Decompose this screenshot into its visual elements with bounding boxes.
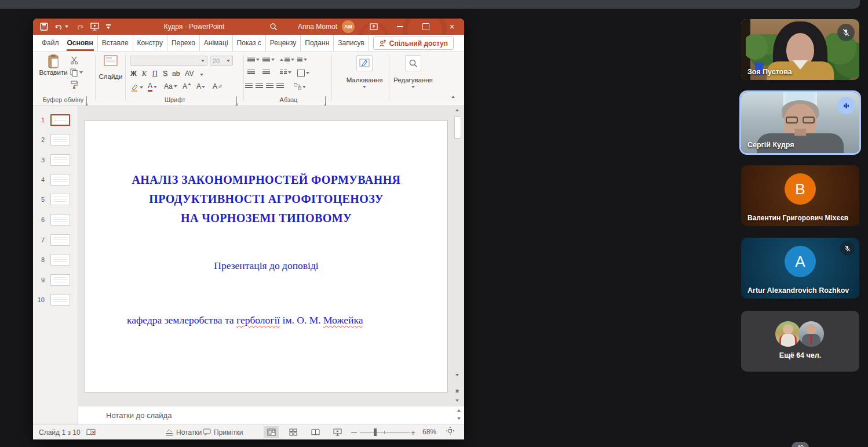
- minimize-button[interactable]: [388, 19, 411, 35]
- participants-overflow-tile[interactable]: Ещё 64 чел.: [741, 311, 859, 372]
- tab-insert[interactable]: Вставле: [97, 35, 133, 51]
- slide-thumbnail-6[interactable]: 6: [33, 214, 78, 231]
- slide-thumbnail-2[interactable]: 2: [33, 134, 78, 151]
- tab-animations[interactable]: Анімаці: [199, 35, 232, 51]
- new-slide-button[interactable]: Слайди: [98, 55, 123, 88]
- underline-button[interactable]: П: [152, 70, 158, 78]
- start-slideshow-icon[interactable]: [90, 23, 99, 31]
- slide-thumbnail-9[interactable]: 9: [33, 274, 78, 292]
- next-slide-button[interactable]: [455, 393, 459, 402]
- share-button[interactable]: Спільний доступ: [373, 37, 454, 50]
- tab-record[interactable]: Записув: [333, 35, 369, 51]
- sort-text-button[interactable]: [297, 57, 307, 63]
- slide-thumb-image[interactable]: [50, 254, 70, 266]
- normal-view-button[interactable]: [264, 426, 279, 438]
- slide-thumb-image[interactable]: [50, 194, 70, 205]
- numbering-button[interactable]: [262, 57, 275, 63]
- maximize-button[interactable]: [414, 19, 437, 35]
- slide-thumb-image[interactable]: [50, 234, 70, 246]
- slide-thumb-image[interactable]: [50, 294, 70, 306]
- slide-subtitle[interactable]: Презентація до доповіді: [85, 260, 447, 272]
- zoom-out-button[interactable]: [351, 432, 357, 433]
- shrink-font-button[interactable]: А: [196, 82, 205, 90]
- account-avatar[interactable]: AM: [342, 20, 355, 33]
- notes-pane[interactable]: Нотатки до слайда: [78, 406, 464, 424]
- participant-tile-zoya[interactable]: Зоя Пустова: [741, 19, 859, 80]
- slide-thumb-image[interactable]: [50, 174, 70, 186]
- slide-thumb-image[interactable]: [50, 134, 70, 146]
- clear-formatting-button[interactable]: А: [213, 82, 223, 90]
- font-name-combobox[interactable]: [130, 56, 207, 66]
- zoom-slider-thumb[interactable]: [374, 428, 377, 436]
- bullets-button[interactable]: [247, 57, 260, 63]
- convert-to-smartart-button[interactable]: [294, 83, 306, 90]
- paste-button[interactable]: Вставити: [38, 54, 69, 84]
- tab-transitions[interactable]: Перехо: [167, 35, 199, 51]
- participant-tile-serhii[interactable]: Сергій Кудря: [741, 92, 859, 153]
- spell-check-icon[interactable]: [86, 425, 96, 439]
- slideshow-view-button[interactable]: [330, 426, 345, 438]
- format-painter-icon[interactable]: [70, 81, 78, 89]
- clipboard-dialog-launcher-icon[interactable]: [86, 96, 87, 105]
- zoom-percentage[interactable]: 68%: [422, 428, 436, 436]
- paste-dropdown-icon[interactable]: [52, 74, 55, 84]
- slide-thumbnail-3[interactable]: 3: [33, 154, 78, 172]
- text-shadow-button[interactable]: S: [163, 70, 167, 78]
- slide-thumb-image[interactable]: [50, 154, 70, 166]
- close-button[interactable]: ×: [440, 19, 464, 35]
- notes-toggle-button[interactable]: Нотатки: [165, 425, 202, 439]
- drawing-button[interactable]: Малювання: [341, 55, 388, 88]
- editor-vertical-scrollbar[interactable]: [454, 107, 462, 404]
- italic-button[interactable]: К: [142, 70, 147, 78]
- undo-button[interactable]: [55, 23, 68, 31]
- change-case-button[interactable]: Аа: [164, 82, 177, 90]
- collapse-ribbon-icon[interactable]: [451, 96, 455, 98]
- tab-design[interactable]: Констру: [133, 35, 167, 51]
- slide-thumbnails-panel[interactable]: 1 2 3 4 5 6 7 8 9 10: [33, 106, 78, 424]
- save-icon[interactable]: [40, 23, 48, 31]
- columns-button[interactable]: [280, 70, 291, 75]
- slide-thumbnail-7[interactable]: 7: [33, 234, 78, 252]
- customize-qat-icon[interactable]: [106, 24, 111, 28]
- slide-title-block[interactable]: АНАЛІЗ ЗАКОНОМІРНОСТЕЙ ФОРМУВАННЯ ПРОДУК…: [85, 170, 447, 228]
- align-center-button[interactable]: [256, 83, 263, 89]
- decrease-indent-button[interactable]: [247, 70, 255, 75]
- scrollbar-thumb[interactable]: [454, 117, 461, 139]
- ribbon-display-options-button[interactable]: [362, 19, 385, 35]
- slide-thumb-image[interactable]: [50, 214, 70, 226]
- new-slide-dropdown-icon[interactable]: [109, 78, 112, 88]
- editing-button[interactable]: Редагування: [390, 55, 436, 88]
- tab-home[interactable]: Основн: [63, 35, 97, 51]
- slide-thumbnail-5[interactable]: 5: [33, 194, 78, 211]
- bold-button[interactable]: Ж: [130, 70, 137, 78]
- slide-thumb-image[interactable]: [50, 114, 70, 126]
- tab-view[interactable]: Поданн: [300, 35, 333, 51]
- spacing-dropdown-icon[interactable]: [200, 74, 203, 76]
- notes-scroll-up-icon[interactable]: [457, 409, 461, 412]
- font-dialog-launcher-icon[interactable]: [236, 96, 237, 105]
- slide-thumbnail-4[interactable]: 4: [33, 174, 78, 191]
- more-participants-label[interactable]: Ещё 64 чел.: [741, 351, 859, 359]
- line-spacing-button[interactable]: [280, 57, 294, 63]
- strikethrough-button[interactable]: ab: [172, 70, 180, 78]
- search-icon[interactable]: [269, 23, 278, 31]
- increase-indent-button[interactable]: [262, 70, 270, 75]
- title-bar[interactable]: Кудря - PowerPoint Anna Momot AM ×: [33, 19, 464, 35]
- slide-canvas[interactable]: АНАЛІЗ ЗАКОНОМІРНОСТЕЙ ФОРМУВАННЯ ПРОДУК…: [85, 120, 448, 393]
- scroll-down-icon[interactable]: [455, 374, 459, 376]
- zoom-in-button[interactable]: +: [411, 428, 415, 437]
- notes-placeholder[interactable]: Нотатки до слайда: [106, 411, 172, 420]
- align-right-button[interactable]: [266, 83, 273, 89]
- grow-font-button[interactable]: А: [183, 82, 191, 90]
- highlight-color-button[interactable]: [130, 83, 143, 92]
- scroll-up-icon[interactable]: [455, 109, 459, 111]
- justify-button[interactable]: [276, 83, 284, 89]
- slide-credit-line[interactable]: кафедра землеробства та гербології ім. О…: [127, 314, 363, 326]
- account-user-name[interactable]: Anna Momot: [288, 23, 337, 31]
- tab-slideshow[interactable]: Показ с: [232, 35, 265, 51]
- participant-tile-valentyn[interactable]: В Валентин Григорович Міхєєв: [741, 165, 859, 226]
- font-size-combobox[interactable]: 20: [210, 56, 233, 66]
- slide-sorter-view-button[interactable]: [286, 426, 301, 438]
- drawing-dropdown-icon[interactable]: [363, 86, 366, 88]
- slide-thumbnail-10[interactable]: 10: [33, 294, 78, 311]
